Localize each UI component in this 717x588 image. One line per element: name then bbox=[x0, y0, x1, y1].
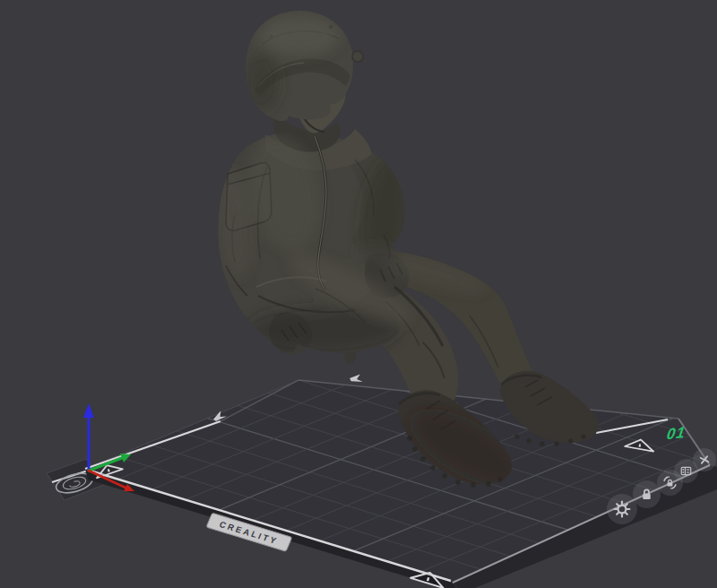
gear-icon bbox=[613, 500, 631, 518]
plate-number-label: 01 bbox=[666, 424, 687, 445]
helmet-visor-mount bbox=[352, 51, 363, 62]
padlock-icon bbox=[639, 487, 654, 502]
plate-list-icon bbox=[679, 464, 693, 478]
plate-close-button[interactable] bbox=[693, 448, 716, 471]
x-icon bbox=[697, 453, 713, 468]
viewport-3d[interactable]: CREALITY 01 bbox=[0, 0, 717, 588]
